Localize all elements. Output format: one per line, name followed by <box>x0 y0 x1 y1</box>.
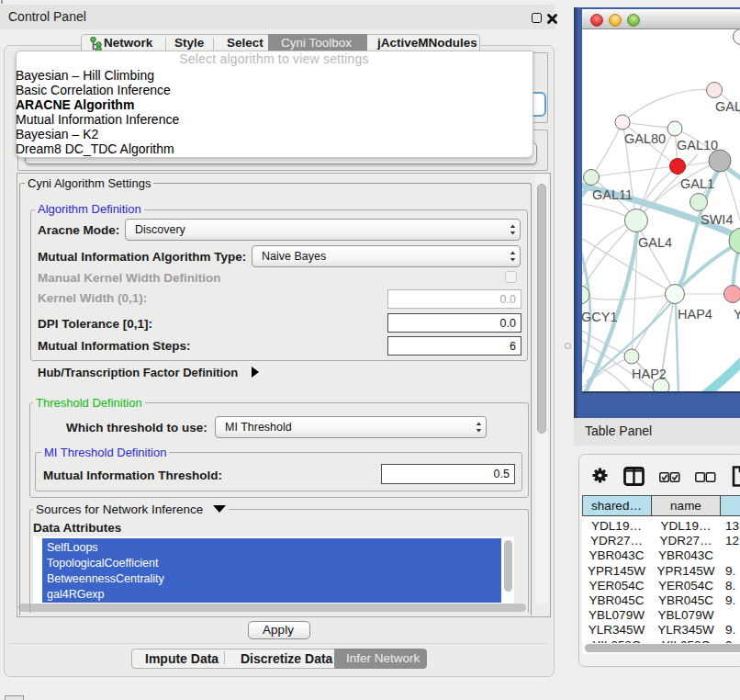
svg-text:GAL7: GAL7 <box>715 99 740 114</box>
svg-text:GCY1: GCY1 <box>582 310 618 324</box>
svg-text:GAL80: GAL80 <box>624 131 666 146</box>
svg-text:HAP4: HAP4 <box>678 307 712 322</box>
svg-text:SWI4: SWI4 <box>701 212 733 227</box>
svg-text:HAP2: HAP2 <box>632 367 667 381</box>
svg-text:GAL4: GAL4 <box>638 235 672 250</box>
svg-text:Y: Y <box>734 307 740 322</box>
svg-text:GAL11: GAL11 <box>592 187 633 202</box>
svg-text:GAL10: GAL10 <box>677 138 718 152</box>
svg-text:GAL1: GAL1 <box>680 176 714 191</box>
